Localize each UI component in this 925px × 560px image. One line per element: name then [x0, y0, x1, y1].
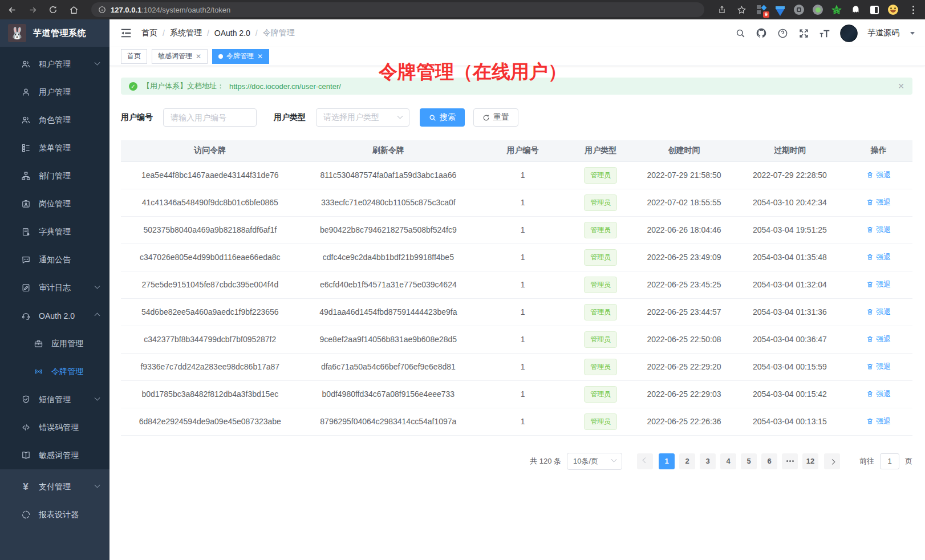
reload-icon[interactable] [48, 5, 58, 15]
fullscreen-icon[interactable] [798, 27, 809, 39]
logo-bar[interactable]: 🐰 芋道管理系统 [0, 19, 109, 47]
address-bar[interactable]: 127.0.0.1:1024/system/oauth2/token [91, 2, 704, 17]
force-logout-button[interactable]: 强退 [866, 307, 891, 317]
alert-link[interactable]: https://doc.iocoder.cn/user-center/ [229, 82, 341, 91]
tag-item[interactable]: 首页 [121, 49, 147, 64]
browser-menu-icon[interactable] [908, 5, 918, 15]
font-size-icon[interactable] [819, 27, 830, 39]
sidebar-item-dict[interactable]: 字典管理 [0, 218, 109, 246]
user-type-cell: 管理员 [568, 353, 633, 380]
force-logout-button[interactable]: 强退 [866, 416, 891, 427]
force-logout-button[interactable]: 强退 [866, 362, 891, 372]
user-name[interactable]: 芋道源码 [867, 28, 899, 38]
tag-close-icon[interactable]: ✕ [257, 52, 263, 60]
content: ✓ 【用户体系】文档地址： https://doc.iocoder.cn/use… [109, 66, 925, 487]
page-size-select[interactable]: 10条/页 [567, 453, 622, 470]
tag-active[interactable]: 令牌管理✕ [212, 49, 269, 64]
force-logout-button[interactable]: 强退 [866, 252, 891, 262]
force-logout-label: 强退 [876, 362, 891, 372]
sidebar-item-report[interactable]: 报表设计器 [0, 501, 109, 529]
avatar[interactable] [840, 25, 858, 42]
force-logout-button[interactable]: 强退 [866, 334, 891, 344]
page-suffix: 页 [905, 456, 912, 466]
ext-blocks-icon[interactable]: 9 [756, 4, 767, 15]
page-button-4[interactable]: 4 [720, 453, 736, 469]
search-icon[interactable] [735, 27, 746, 39]
sidebar-item-menu[interactable]: 菜单管理 [0, 134, 109, 162]
sidebar-item-post[interactable]: 岗位管理 [0, 190, 109, 218]
action-cell: 强退 [845, 408, 912, 435]
search-button[interactable]: 搜索 [420, 108, 465, 127]
force-logout-button[interactable]: 强退 [866, 170, 891, 180]
user-type-select[interactable]: 请选择用户类型 [316, 108, 409, 127]
ext-ghost-icon[interactable] [850, 4, 861, 15]
alert-close-icon[interactable]: ✕ [898, 82, 904, 91]
page-button-5[interactable]: 5 [741, 453, 757, 469]
ext-emoji-icon[interactable] [887, 4, 899, 15]
ext-command-icon[interactable] [793, 4, 805, 15]
table-row: 6d842e2924594de9a09e45e087323abe8796295f… [121, 408, 912, 435]
tag-close-icon[interactable]: ✕ [196, 52, 201, 60]
breadcrumb-item[interactable]: OAuth 2.0 [214, 29, 250, 38]
ext-record-icon[interactable] [812, 4, 823, 15]
sidebar-collapse-icon[interactable] [120, 27, 132, 39]
sidebar-item-user[interactable]: 用户管理 [0, 78, 109, 106]
chevron-down-icon[interactable] [910, 32, 915, 35]
sidebar-item-errcode[interactable]: 错误码管理 [0, 413, 109, 441]
force-logout-button[interactable]: 强退 [866, 279, 891, 290]
back-icon[interactable] [7, 5, 17, 15]
user-type-badge: 管理员 [584, 359, 617, 375]
page-button-12[interactable]: 12 [802, 453, 818, 469]
sidebar-item-pay[interactable]: ¥支付管理 [0, 473, 109, 501]
sidebar-item-role[interactable]: 角色管理 [0, 106, 109, 134]
ext-star-icon[interactable] [831, 4, 842, 15]
force-logout-button[interactable]: 强退 [866, 225, 891, 235]
sidebar-item-oauth[interactable]: OAuth 2.0 [0, 302, 109, 330]
user-type-badge: 管理员 [584, 304, 617, 320]
breadcrumb-item[interactable]: 首页 [141, 28, 157, 38]
sidebar-item-tenant[interactable]: 租户管理 [0, 50, 109, 78]
page-button-6[interactable]: 6 [761, 453, 777, 469]
user-type-cell: 管理员 [568, 244, 633, 271]
sidebar-item-audit[interactable]: 审计日志 [0, 274, 109, 302]
pay-icon: ¥ [21, 482, 31, 492]
role-icon [21, 115, 31, 125]
sidebar-item-sms[interactable]: 短信管理 [0, 385, 109, 413]
force-logout-button[interactable]: 强退 [866, 389, 891, 399]
github-icon[interactable] [756, 27, 767, 39]
sidebar-item-token[interactable]: 令牌管理 [0, 358, 109, 385]
more-pages-button[interactable] [782, 453, 798, 469]
share-icon[interactable] [717, 5, 727, 15]
goto-page-input[interactable] [880, 453, 899, 469]
action-cell: 强退 [845, 271, 912, 298]
help-icon[interactable] [777, 27, 788, 39]
next-page-button[interactable] [824, 453, 840, 469]
page-button-1[interactable]: 1 [659, 453, 675, 469]
tag-item[interactable]: 敏感词管理✕ [152, 49, 208, 64]
forward-icon[interactable] [27, 5, 38, 15]
user-id-input[interactable] [163, 108, 257, 127]
chevron-down-icon [95, 283, 100, 289]
ext-sidepanel-icon[interactable] [869, 4, 880, 15]
force-logout-button[interactable]: 强退 [866, 197, 891, 208]
page-button-2[interactable]: 2 [679, 453, 695, 469]
sidebar-item-dept[interactable]: 部门管理 [0, 162, 109, 190]
sidebar-item-label: 报表设计器 [39, 510, 79, 520]
sidebar-item-notice[interactable]: 通知公告 [0, 246, 109, 274]
reset-button[interactable]: 重置 [473, 108, 518, 127]
ext-gem-icon[interactable] [774, 4, 786, 15]
dict-icon [21, 227, 31, 237]
bookmark-star-icon[interactable] [736, 5, 747, 15]
user-id-cell: 1 [477, 216, 568, 244]
sidebar-item-app[interactable]: 应用管理 [0, 330, 109, 358]
sidebar-item-sensitive[interactable]: 敏感词管理 [0, 441, 109, 469]
home-icon[interactable] [68, 5, 79, 15]
breadcrumb-separator: / [207, 29, 209, 38]
sidebar-item-label: 应用管理 [51, 339, 83, 349]
prev-page-button[interactable] [637, 453, 653, 469]
breadcrumb-item[interactable]: 系统管理 [170, 28, 202, 38]
user-id-cell: 1 [477, 161, 568, 189]
page-button-3[interactable]: 3 [700, 453, 716, 469]
post-icon [21, 199, 31, 209]
site-info-icon[interactable] [98, 6, 106, 14]
